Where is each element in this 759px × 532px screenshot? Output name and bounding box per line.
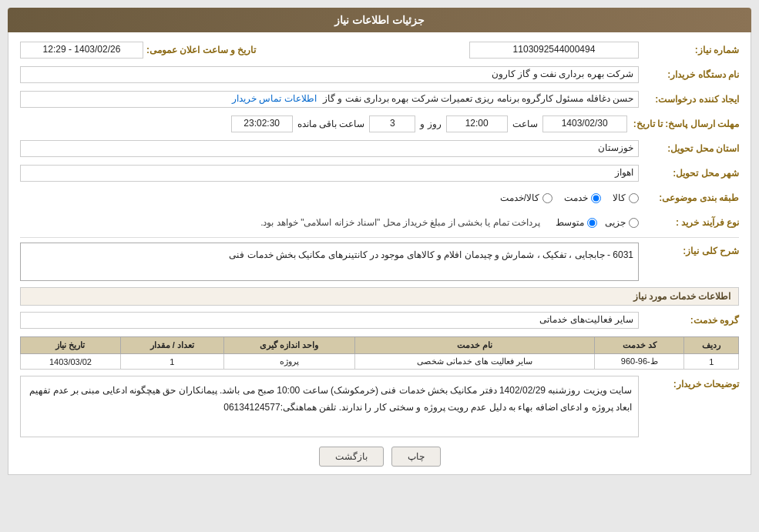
category-label-khedmat: خدمت [564, 192, 588, 203]
category-option-1[interactable]: کالا [613, 192, 639, 203]
category-radio-group: کالا خدمت کالا/خدمت [500, 192, 639, 203]
services-table-section: ردیف کد خدمت نام خدمت واحد اندازه گیری ت… [20, 336, 739, 370]
reply-days-label: روز و [415, 119, 445, 129]
reply-time: 12:00 [446, 115, 508, 132]
service-group-label: گروه خدمت: [639, 315, 739, 326]
announcement-label: تاریخ و ساعت اعلان عمومی: [143, 45, 256, 55]
buyer-notes-label: توضیحات خریدار: [639, 376, 739, 390]
process-note: پرداخت تمام یا بخشی از مبلغ خریداز محل "… [260, 217, 540, 228]
table-cell: 1403/03/02 [21, 354, 121, 370]
reply-deadline-label: مهلت ارسال پاسخ: تا تاریخ: [627, 119, 739, 129]
category-radio-khedmat[interactable] [591, 193, 601, 203]
reply-days: 3 [369, 115, 415, 132]
col-quantity: تعداد / مقدار [120, 337, 223, 354]
process-options: جزیی متوسط پرداخت تمام یا بخشی از مبلغ خ… [260, 217, 639, 228]
print-button[interactable]: چاپ [391, 447, 441, 467]
description-value: 6031 - جابجایی ، تفکیک ، شمارش و چیدمان … [20, 243, 639, 281]
city-row: شهر محل تحویل: اهواز [20, 163, 739, 183]
description-row: شرح کلی نیاز: 6031 - جابجایی ، تفکیک ، ش… [20, 243, 739, 281]
province-value: خوزستان [20, 140, 639, 157]
table-cell: پروژه [223, 354, 354, 370]
buyer-notes-value: سایت ویزیت روزشنبه 1402/02/29 دفتر مکانی… [20, 376, 639, 437]
action-buttons: چاپ بازگشت [20, 447, 739, 467]
contact-link[interactable]: اطلاعات تماس خریدار [232, 93, 317, 104]
service-group-value: سایر فعالیت‌های خدماتی [20, 312, 639, 329]
process-label-motavasset: متوسط [556, 217, 584, 228]
category-label: طبقه بندی موضوعی: [639, 192, 739, 203]
process-radio-motavasset[interactable] [587, 218, 597, 228]
col-row: ردیف [684, 337, 739, 354]
creator-value: حسن دغافله مسئول کارگروه برنامه ریزی تعم… [20, 91, 639, 108]
service-info-title: اطلاعات خدمات مورد نیاز [20, 287, 739, 306]
buyer-notes-row: توضیحات خریدار: سایت ویزیت روزشنبه 1402/… [20, 376, 739, 437]
reply-date: 1403/02/30 [542, 115, 627, 132]
buyer-station-row: نام دستگاه خریدار: شرکت بهره برداری نفت … [20, 65, 739, 85]
process-label: نوع فرآیند خرید : [639, 217, 739, 228]
service-group-row: گروه خدمت: سایر فعالیت‌های خدماتی [20, 310, 739, 330]
table-cell: ط-96-960 [595, 354, 684, 370]
table-cell: سایر فعالیت های خدماتی شخصی [354, 354, 594, 370]
need-number-value: 1103092544000494 [469, 42, 639, 59]
process-label-jozee: جزیی [605, 217, 626, 228]
col-date: تاریخ نیاز [21, 337, 121, 354]
category-option-2[interactable]: خدمت [564, 192, 601, 203]
city-value: اهواز [20, 165, 639, 182]
announcement-value: 1403/02/26 - 12:29 [20, 42, 143, 59]
process-row: نوع فرآیند خرید : جزیی متوسط پرداخت تمام… [20, 212, 739, 233]
category-radio-kala-khedmat[interactable] [542, 193, 552, 203]
reply-time-label: ساعت [508, 119, 542, 129]
process-jozee[interactable]: جزیی [605, 217, 639, 228]
need-number-label: شماره نیاز: [639, 45, 739, 55]
reply-deadline-row: مهلت ارسال پاسخ: تا تاریخ: 1403/02/30 سا… [20, 114, 739, 134]
page-title: جزئیات اطلاعات نیاز [334, 14, 425, 26]
process-motavasset[interactable]: متوسط [556, 217, 597, 228]
table-cell: 1 [120, 354, 223, 370]
creator-label: ایجاد کننده درخواست: [639, 94, 739, 105]
buyer-station-value: شرکت بهره برداری نفت و گاز کارون [20, 66, 639, 83]
services-table: ردیف کد خدمت نام خدمت واحد اندازه گیری ت… [20, 336, 739, 370]
col-service-name: نام خدمت [354, 337, 594, 354]
table-cell: 1 [684, 354, 739, 370]
back-button[interactable]: بازگشت [319, 447, 384, 467]
need-number-row: شماره نیاز: 1103092544000494 تاریخ و ساع… [20, 40, 739, 60]
province-row: استان محل تحویل: خوزستان [20, 139, 739, 159]
process-radio-jozee[interactable] [629, 218, 639, 228]
category-label-kala: کالا [613, 192, 626, 203]
province-label: استان محل تحویل: [639, 143, 739, 154]
table-row: 1ط-96-960سایر فعالیت های خدماتی شخصیپروژ… [21, 354, 739, 370]
category-row: طبقه بندی موضوعی: کالا خدمت کالا/خدمت [20, 188, 739, 208]
creator-row: ایجاد کننده درخواست: حسن دغافله مسئول کا… [20, 89, 739, 109]
buyer-station-label: نام دستگاه خریدار: [639, 69, 739, 80]
reply-remain: 23:02:30 [231, 115, 293, 132]
description-label: شرح کلی نیاز: [639, 243, 739, 256]
category-radio-kala[interactable] [629, 193, 639, 203]
page-header: جزئیات اطلاعات نیاز [8, 8, 751, 32]
reply-remain-label: ساعت باقی مانده [293, 119, 370, 129]
city-label: شهر محل تحویل: [639, 168, 739, 179]
col-service-code: کد خدمت [595, 337, 684, 354]
category-option-3[interactable]: کالا/خدمت [500, 192, 552, 203]
col-unit: واحد اندازه گیری [223, 337, 354, 354]
category-label-kala-khedmat: کالا/خدمت [500, 192, 539, 203]
